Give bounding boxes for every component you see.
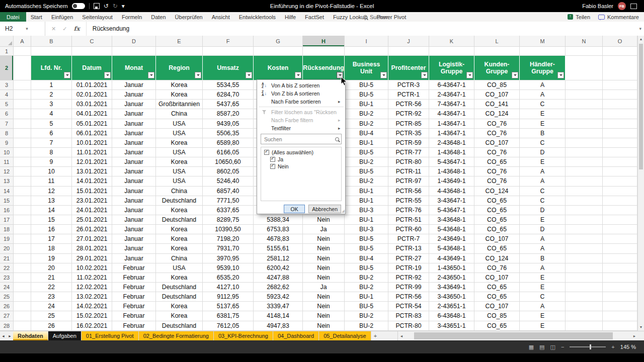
row-header-11[interactable]: 11 (0, 157, 14, 167)
cell-n1[interactable] (566, 47, 603, 56)
cell-g19[interactable]: 4678,83 (254, 234, 303, 244)
cell-i22[interactable]: BU-5 (345, 263, 388, 273)
cell-l1[interactable] (474, 47, 520, 56)
cell-f19[interactable]: 7198,20 (203, 234, 254, 244)
cell-l18[interactable]: CO_65 (474, 225, 520, 234)
cell-n10[interactable] (566, 148, 603, 157)
cell-d24[interactable]: Februar (112, 283, 156, 292)
horizontal-scrollbar[interactable]: ◄ ► (397, 331, 638, 340)
vertical-scroll-thumb[interactable] (639, 44, 643, 169)
cell-d15[interactable]: Januar (112, 196, 156, 206)
table-header-umsatz[interactable]: Umsatz (203, 56, 254, 80)
confirm-entry-icon[interactable]: ✓ (62, 26, 67, 32)
cell-g24[interactable]: 2682,62 (254, 283, 303, 292)
row-header-15[interactable]: 15 (0, 196, 14, 206)
column-header-f[interactable]: F (203, 36, 254, 47)
autosave-toggle[interactable] (72, 3, 85, 9)
cell-j15[interactable]: PCTR-55 (388, 196, 429, 206)
cell-h17[interactable]: Nein (303, 215, 345, 225)
table-header-profitcenter[interactable]: Profitcenter (388, 56, 429, 80)
cell-k4[interactable]: 2-43647-1 (429, 90, 474, 100)
cell-a27[interactable] (14, 311, 31, 321)
filter-button-rücksendung[interactable] (337, 72, 343, 78)
new-sheet-button[interactable]: + (371, 331, 380, 340)
cell-f8[interactable]: 5506,35 (203, 129, 254, 138)
redo-icon[interactable]: ↻ (113, 3, 118, 9)
cell-n16[interactable] (566, 206, 603, 215)
table-header-region[interactable]: Region (156, 56, 203, 80)
column-header-e[interactable]: E (156, 36, 203, 47)
cell-i1[interactable] (345, 47, 388, 56)
cell-d22[interactable]: Februar (112, 263, 156, 273)
row-header-20[interactable]: 20 (0, 244, 14, 253)
cell-d19[interactable]: Januar (112, 234, 156, 244)
cell-m11[interactable]: E (520, 157, 566, 167)
ribbon-tab-ansicht[interactable]: Ansicht (207, 12, 234, 22)
cell-k6[interactable]: 4-43647-1 (429, 109, 474, 119)
cell-d21[interactable]: Januar (112, 254, 156, 263)
cancel-entry-icon[interactable]: ✕ (51, 26, 56, 32)
cell-f12[interactable]: 8602,05 (203, 167, 254, 176)
cell-o13[interactable] (603, 176, 637, 186)
cell-n28[interactable] (566, 321, 603, 331)
cell-f1[interactable] (203, 47, 254, 56)
cell-o12[interactable] (603, 167, 637, 176)
cell-f15[interactable]: 7771,50 (203, 196, 254, 206)
cell-m26[interactable]: A (520, 302, 566, 311)
cell-e4[interactable]: Korea (156, 90, 203, 100)
cell-b11[interactable]: 9 (31, 157, 72, 167)
cell-g21[interactable]: 2581,12 (254, 254, 303, 263)
cell-o18[interactable] (603, 225, 637, 234)
cell-b9[interactable]: 7 (31, 138, 72, 148)
cell-g23[interactable]: 4247,88 (254, 273, 303, 283)
cell-b14[interactable]: 12 (31, 187, 72, 196)
cell-b26[interactable]: 24 (31, 302, 72, 311)
horizontal-scroll-track[interactable] (405, 331, 631, 340)
cell-l26[interactable]: CO_107 (474, 302, 520, 311)
cell-a12[interactable] (14, 167, 31, 176)
cell-b23[interactable]: 21 (31, 273, 72, 283)
cell-h28[interactable]: Nein (303, 321, 345, 331)
cell-m13[interactable]: A (520, 176, 566, 186)
page-layout-view-icon[interactable]: ▤ (539, 344, 544, 350)
cell-o24[interactable] (603, 283, 637, 292)
cell-f18[interactable]: 10390,50 (203, 225, 254, 234)
row-header-8[interactable]: 8 (0, 129, 14, 138)
cell-e27[interactable]: Korea (156, 311, 203, 321)
filter-menu-item-nach-farbe-sortieren[interactable]: Nach Farbe sortieren▸ (257, 98, 345, 106)
filter-button-kosten[interactable] (295, 72, 301, 78)
row-header-13[interactable]: 13 (0, 176, 14, 186)
cell-f27[interactable]: 6381,75 (203, 311, 254, 321)
user-name[interactable]: Fabio Basler (582, 3, 613, 9)
cell-i10[interactable]: BU-5 (345, 148, 388, 157)
ribbon-tab-seitenlayout[interactable]: Seitenlayout (77, 12, 117, 22)
cell-e19[interactable]: Korea (156, 234, 203, 244)
filter-button-region[interactable] (195, 72, 201, 78)
cell-h25[interactable]: Nein (303, 292, 345, 302)
table-header-kunden-gruppe[interactable]: Kunden-Gruppe (474, 56, 520, 80)
cell-o2[interactable] (603, 56, 637, 80)
cell-i27[interactable]: BU-2 (345, 311, 388, 321)
cell-m5[interactable]: C (520, 100, 566, 109)
cell-d26[interactable]: Februar (112, 302, 156, 311)
cancel-button[interactable]: Abbrechen (308, 205, 341, 213)
cell-e11[interactable]: Korea (156, 157, 203, 167)
cell-o20[interactable] (603, 244, 637, 253)
cell-i19[interactable]: BU-5 (345, 234, 388, 244)
cell-b16[interactable]: 14 (31, 206, 72, 215)
filter-button-profitcenter[interactable] (421, 72, 428, 78)
cell-f21[interactable]: 3970,95 (203, 254, 254, 263)
column-header-h[interactable]: H (303, 36, 345, 47)
cell-k10[interactable]: 1-43648-1 (429, 148, 474, 157)
cell-f25[interactable]: 9112,95 (203, 292, 254, 302)
cell-n4[interactable] (566, 90, 603, 100)
cell-o4[interactable] (603, 90, 637, 100)
cell-a4[interactable] (14, 90, 31, 100)
cell-k9[interactable]: 2-43648-1 (429, 138, 474, 148)
cell-e12[interactable]: USA (156, 167, 203, 176)
cell-e6[interactable]: China (156, 109, 203, 119)
cell-d13[interactable]: Januar (112, 176, 156, 186)
cell-d17[interactable]: Januar (112, 215, 156, 225)
cell-j14[interactable]: PCTR-56 (388, 187, 429, 196)
filter-button-umsatz[interactable] (246, 72, 252, 78)
